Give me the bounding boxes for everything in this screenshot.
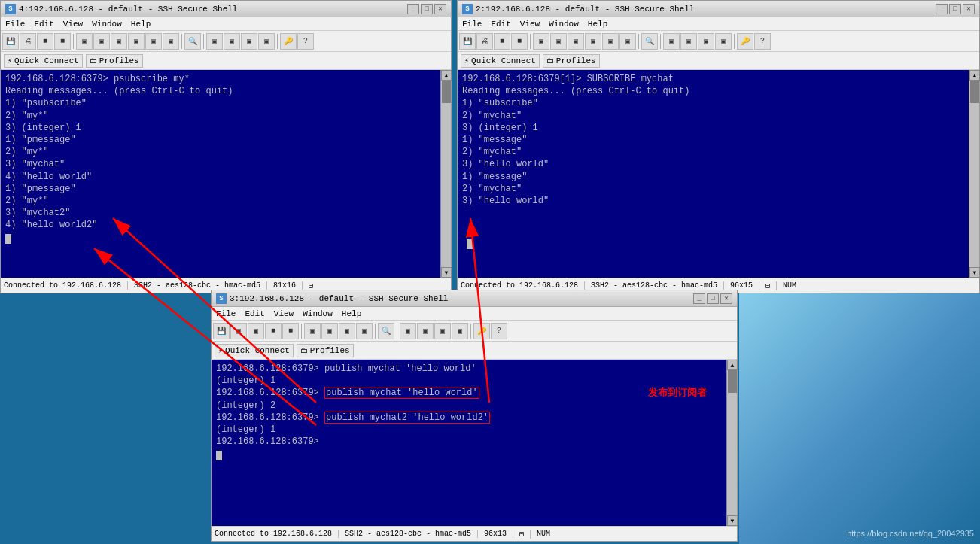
maximize-btn-3[interactable]: □ [707, 293, 719, 304]
scroll-thumb-1[interactable] [442, 81, 451, 103]
menu-file-1[interactable]: File [4, 20, 26, 29]
tb-print-1[interactable]: 🖨 [20, 33, 36, 50]
tb-b2-1[interactable]: ■ [494, 33, 510, 50]
tb-help-1[interactable]: ? [297, 33, 314, 50]
close-btn-1[interactable]: ✕ [434, 4, 446, 14]
maximize-btn-2[interactable]: □ [949, 4, 961, 14]
menu-edit-2[interactable]: Edit [489, 20, 512, 29]
quick-connect-btn-3[interactable]: ⚡ Quick Connect [215, 344, 294, 357]
tb-b9[interactable]: ▣ [206, 33, 223, 50]
tb-b2-6[interactable]: ▣ [585, 33, 601, 50]
scroll-thumb-3[interactable] [728, 370, 737, 393]
tb-b8[interactable]: ▣ [163, 33, 179, 50]
terminal-2[interactable]: 192.168.6.128:6379[1]> SUBSCRIBE mychat … [458, 70, 979, 278]
tb-b2[interactable]: ■ [54, 33, 71, 50]
menu-help-3[interactable]: Help [340, 309, 363, 318]
tb-b3[interactable]: ▣ [76, 33, 93, 50]
tb-help-2[interactable]: ? [754, 33, 771, 50]
tb-b6[interactable]: ▣ [128, 33, 145, 50]
minimize-btn-3[interactable]: _ [693, 293, 705, 304]
tb-b2-11[interactable]: ▣ [698, 33, 714, 50]
profiles-btn-2[interactable]: 🗀 Profiles [543, 54, 600, 68]
tb-print-2[interactable]: 🖨 [476, 33, 493, 50]
sep-2 [181, 34, 182, 49]
status-connection-3: Connected to 192.168.6.128 [215, 530, 339, 538]
tb-b3-2[interactable]: ▣ [248, 323, 264, 339]
tb-b2-4[interactable]: ▣ [550, 33, 567, 50]
tb-b4[interactable]: ▣ [93, 33, 110, 50]
menu-file-3[interactable]: File [215, 309, 237, 318]
tb-b2-7[interactable]: ▣ [602, 33, 619, 50]
scroll-thumb-2[interactable] [970, 81, 979, 103]
tb-key-3[interactable]: 🔑 [473, 323, 490, 339]
terminal-1[interactable]: 192.168.6.128:6379> psubscribe my* Readi… [1, 70, 451, 278]
menu-file-2[interactable]: File [461, 20, 483, 29]
tb-b3-1[interactable]: ▣ [230, 323, 247, 339]
tb-b7[interactable]: ▣ [145, 33, 162, 50]
tb-search-1[interactable]: 🔍 [184, 33, 201, 50]
menu-window-3[interactable]: Window [301, 309, 334, 318]
menu-window-2[interactable]: Window [547, 20, 580, 29]
tb-search-2[interactable]: 🔍 [641, 33, 658, 50]
menu-window-1[interactable]: Window [90, 20, 123, 29]
tb-b2-8[interactable]: ▣ [619, 33, 636, 50]
tb-search-3[interactable]: 🔍 [378, 323, 394, 339]
scroll-down-1[interactable]: ▼ [441, 267, 452, 278]
tb-b12[interactable]: ▣ [258, 33, 275, 50]
tb-b3-11[interactable]: ▣ [434, 323, 451, 339]
tb-b3-12[interactable]: ▣ [452, 323, 468, 339]
minimize-btn-1[interactable]: _ [407, 4, 419, 14]
tb-save-2[interactable]: 💾 [459, 33, 476, 50]
tb-b2-10[interactable]: ▣ [680, 33, 697, 50]
tb-b3-6[interactable]: ▣ [321, 323, 338, 339]
menu-edit-1[interactable]: Edit [32, 20, 55, 29]
tb-key-2[interactable]: 🔑 [737, 33, 753, 50]
quick-connect-label-3: Quick Connect [225, 346, 290, 355]
maximize-btn-1[interactable]: □ [421, 4, 433, 14]
tb-b5[interactable]: ▣ [111, 33, 127, 50]
tb-b2-3[interactable]: ▣ [533, 33, 549, 50]
menu-edit-3[interactable]: Edit [243, 309, 266, 318]
tb-b1[interactable]: ■ [37, 33, 53, 50]
scrollbar-2[interactable]: ▲ ▼ [969, 70, 979, 278]
scroll-down-2[interactable]: ▼ [969, 267, 980, 278]
tb-b2-9[interactable]: ▣ [663, 33, 680, 50]
scroll-down-3[interactable]: ▼ [727, 515, 738, 526]
close-btn-2[interactable]: ✕ [963, 4, 975, 14]
tb-b3-10[interactable]: ▣ [417, 323, 434, 339]
scroll-up-2[interactable]: ▲ [969, 70, 980, 81]
window-3: S 3:192.168.6.128 - default - SSH Secure… [211, 290, 738, 542]
tb-b3-3[interactable]: ■ [265, 323, 282, 339]
tb-b3-4[interactable]: ■ [282, 323, 299, 339]
tb-b2-5[interactable]: ▣ [568, 33, 584, 50]
quick-connect-btn-1[interactable]: ⚡ Quick Connect [4, 54, 83, 68]
tb-key-1[interactable]: 🔑 [280, 33, 297, 50]
quick-connect-btn-2[interactable]: ⚡ Quick Connect [461, 54, 540, 68]
tb-b3-7[interactable]: ▣ [339, 323, 355, 339]
tb-save-1[interactable]: 💾 [2, 33, 19, 50]
win1-title: 4:192.168.6.128 - default - SSH Secure S… [19, 5, 237, 14]
scrollbar-1[interactable]: ▲ ▼ [440, 70, 451, 278]
menu-help-2[interactable]: Help [586, 20, 609, 29]
scroll-up-3[interactable]: ▲ [727, 360, 738, 370]
tb-b11[interactable]: ▣ [241, 33, 257, 50]
close-btn-3[interactable]: ✕ [720, 293, 732, 304]
tb-help-3[interactable]: ? [491, 323, 507, 339]
scroll-up-1[interactable]: ▲ [441, 70, 452, 81]
scrollbar-3[interactable]: ▲ ▼ [726, 360, 737, 526]
tb-save-3[interactable]: 💾 [213, 323, 230, 339]
menu-view-3[interactable]: View [272, 309, 295, 318]
profiles-btn-1[interactable]: 🗀 Profiles [86, 54, 143, 68]
minimize-btn-2[interactable]: _ [936, 4, 948, 14]
menu-help-1[interactable]: Help [129, 20, 152, 29]
menu-view-2[interactable]: View [519, 20, 541, 29]
menu-view-1[interactable]: View [62, 20, 84, 29]
profiles-btn-3[interactable]: 🗀 Profiles [297, 344, 354, 357]
tb-b3-8[interactable]: ▣ [356, 323, 373, 339]
tb-b3-5[interactable]: ▣ [304, 323, 321, 339]
tb-b2-12[interactable]: ▣ [715, 33, 732, 50]
tb-b3-9[interactable]: ▣ [400, 323, 416, 339]
terminal-3[interactable]: 192.168.6.128:6379> publish mychat 'hell… [212, 360, 737, 526]
tb-b10[interactable]: ▣ [224, 33, 240, 50]
tb-b2-2[interactable]: ■ [511, 33, 528, 50]
